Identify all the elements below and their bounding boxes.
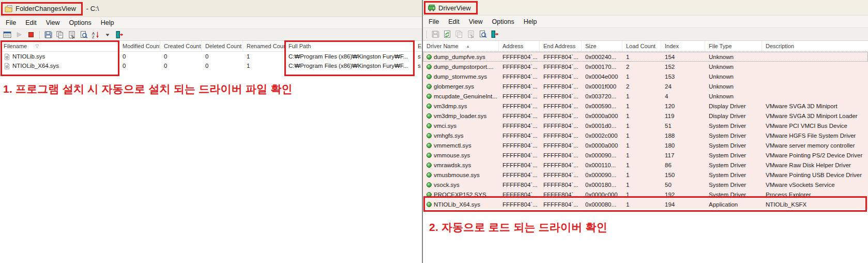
table-row[interactable]: vmhgfs.sysFFFFF804`...FFFFF804`...0x0002… — [423, 130, 868, 140]
column-header-deleted[interactable]: Deleted Count — [202, 41, 243, 51]
cell-address: FFFFF804`... — [499, 111, 540, 121]
table-row[interactable]: vmci.sysFFFFF804`...FFFFF804`...0x0001d0… — [423, 121, 868, 130]
column-header-modified[interactable]: Modified Count — [119, 41, 160, 51]
sort-indicator-icon: ▴ — [467, 43, 469, 49]
column-header-name[interactable]: Driver Name▴ — [423, 41, 499, 51]
column-header-index[interactable]: Index — [661, 41, 705, 51]
menu-help[interactable]: Help — [96, 18, 119, 28]
driver-ball-icon — [427, 202, 432, 207]
stop-icon[interactable] — [26, 30, 36, 39]
table-row[interactable]: NTIOLib_X64.sys0001C:₩Program Files (x86… — [0, 61, 422, 70]
cell-index: 50 — [661, 180, 705, 189]
cell-address: FFFFF804`... — [499, 140, 540, 150]
exit-icon[interactable] — [490, 30, 500, 39]
cell-filename: NTIOLib_X64.sys — [0, 61, 119, 70]
cell-end_address: FFFFF804`... — [540, 150, 582, 160]
column-header-address[interactable]: Address — [499, 41, 540, 51]
cell-index: 4 — [661, 91, 705, 101]
table-row[interactable]: dump_stornvme.sysFFFFF804`...FFFFF804`..… — [423, 71, 868, 81]
window-title: FolderChangesView — [16, 5, 76, 12]
cell-end_address: FFFFF804`... — [540, 111, 582, 121]
table-row[interactable]: vmrawdsk.sysFFFFF804`...FFFFF804`...0x00… — [423, 160, 868, 170]
table-row[interactable]: vm3dmp.sysFFFFF804`...FFFFF804`...0x0005… — [423, 101, 868, 111]
column-header-size[interactable]: Size — [582, 41, 622, 51]
table-row[interactable]: dump_dumpstorport....FFFFF804`...FFFFF80… — [423, 62, 868, 71]
table-row[interactable]: PROCEXP152.SYSFFFFF804`...FFFFF804`...0x… — [423, 189, 868, 199]
menu-file[interactable]: File — [424, 17, 444, 27]
copy-icon[interactable] — [55, 30, 65, 39]
properties-icon — [466, 30, 476, 39]
cell-size: 0x0004e000 — [582, 71, 622, 81]
cell-size: 0x003720... — [582, 91, 622, 101]
cell-file_type: System Driver — [705, 189, 762, 199]
toolbar-separator — [427, 31, 427, 38]
cell-address: FFFFF804`... — [499, 150, 540, 160]
exit-icon[interactable] — [114, 30, 125, 39]
cell-load_count: 1 — [622, 160, 661, 170]
table-row[interactable]: globmerger.sysFFFFF804`...FFFFF804`...0x… — [423, 81, 868, 91]
menu-edit[interactable]: Edit — [21, 18, 41, 28]
cell-size: 0x0000c000 — [582, 189, 622, 199]
table-row[interactable]: vmmouse.sysFFFFF804`...FFFFF804`...0x000… — [423, 150, 868, 160]
save-icon[interactable] — [43, 30, 53, 39]
table-row[interactable]: mcupdate_GenuineInt...FFFFF804`...FFFFF8… — [423, 91, 868, 101]
column-header-load_count[interactable]: Load Count — [622, 41, 661, 51]
driverview-titlebar[interactable]: DriverView — [423, 0, 868, 16]
column-header-description[interactable]: Description — [762, 41, 868, 51]
driverview-app-icon — [428, 4, 436, 12]
menu-edit[interactable]: Edit — [444, 17, 464, 27]
column-header-renamed[interactable]: Renamed Count — [243, 41, 285, 51]
cell-index: 120 — [661, 101, 705, 111]
refresh-icon[interactable] — [442, 30, 452, 39]
menu-options[interactable]: Options — [488, 17, 519, 27]
sort-az-icon[interactable]: AZ — [90, 30, 101, 39]
column-header-full_path[interactable]: Full Path — [285, 41, 414, 51]
file-changes-list: Filename▽Modified CountCreated CountDele… — [0, 41, 422, 70]
cell-file_type: System Driver — [705, 130, 762, 140]
caret-down-icon[interactable] — [102, 30, 113, 39]
cell-address: FFFFF804`... — [499, 121, 540, 130]
menubar: FileEditViewOptionsHelp — [0, 17, 422, 29]
cell-address: FFFFF804`... — [499, 130, 540, 140]
cell-file_type: Application — [705, 199, 762, 209]
folderchangesview-titlebar[interactable]: FolderChangesView - C:\ — [0, 0, 422, 17]
column-header-row: Driver Name▴AddressEnd AddressSizeLoad C… — [423, 41, 868, 52]
table-row[interactable]: dump_dumpfve.sysFFFFF804`...FFFFF804`...… — [423, 52, 868, 62]
menu-file[interactable]: File — [1, 18, 21, 28]
properties-icon[interactable] — [67, 30, 77, 39]
report-view-icon[interactable] — [2, 30, 12, 39]
table-row[interactable]: vm3dmp_loader.sysFFFFF804`...FFFFF804`..… — [423, 111, 868, 121]
driver-ball-icon — [427, 104, 432, 109]
column-header-file_type[interactable]: File Type — [705, 41, 762, 51]
cell-ext: s — [414, 52, 422, 61]
cell-name: vsock.sys — [423, 180, 499, 189]
table-row[interactable]: NTIOLib_X64.sysFFFFF804`...FFFFF804`...0… — [423, 199, 868, 209]
column-header-ext[interactable]: E — [414, 41, 422, 51]
cell-load_count: 1 — [622, 180, 661, 189]
cell-index: 24 — [661, 81, 705, 91]
menu-help[interactable]: Help — [519, 17, 542, 27]
table-row[interactable]: vmmemctl.sysFFFFF804`...FFFFF804`...0x00… — [423, 140, 868, 150]
cell-end_address: FFFFF804`... — [540, 170, 582, 180]
column-header-filename[interactable]: Filename▽ — [0, 41, 119, 51]
cell-index: 119 — [661, 111, 705, 121]
window-title: DriverView — [438, 4, 471, 12]
column-header-end_address[interactable]: End Address — [540, 41, 582, 51]
table-row[interactable]: NTIOLib.sys0001C:₩Program Files (x86)₩Ki… — [0, 52, 422, 61]
find-icon[interactable] — [79, 30, 89, 39]
sys-file-icon — [4, 63, 10, 69]
column-header-created[interactable]: Created Count — [160, 41, 202, 51]
cell-end_address: FFFFF804`... — [540, 91, 582, 101]
find-icon[interactable] — [478, 30, 488, 39]
table-row[interactable]: vmusbmouse.sysFFFFF804`...FFFFF804`...0x… — [423, 170, 868, 180]
window-title-path: - C:\ — [86, 5, 99, 12]
driverview-window: DriverView FileEditViewOptionsHelp Drive… — [422, 0, 868, 263]
menu-view[interactable]: View — [464, 17, 488, 27]
driver-ball-icon — [427, 172, 432, 178]
cell-name: vmci.sys — [423, 121, 499, 130]
driver-ball-icon — [427, 64, 432, 69]
menu-view[interactable]: View — [41, 18, 65, 28]
table-row[interactable]: vsock.sysFFFFF804`...FFFFF804`...0x00018… — [423, 180, 868, 189]
cell-description: VMware SVGA 3D Miniport — [762, 101, 868, 111]
menu-options[interactable]: Options — [65, 18, 96, 28]
